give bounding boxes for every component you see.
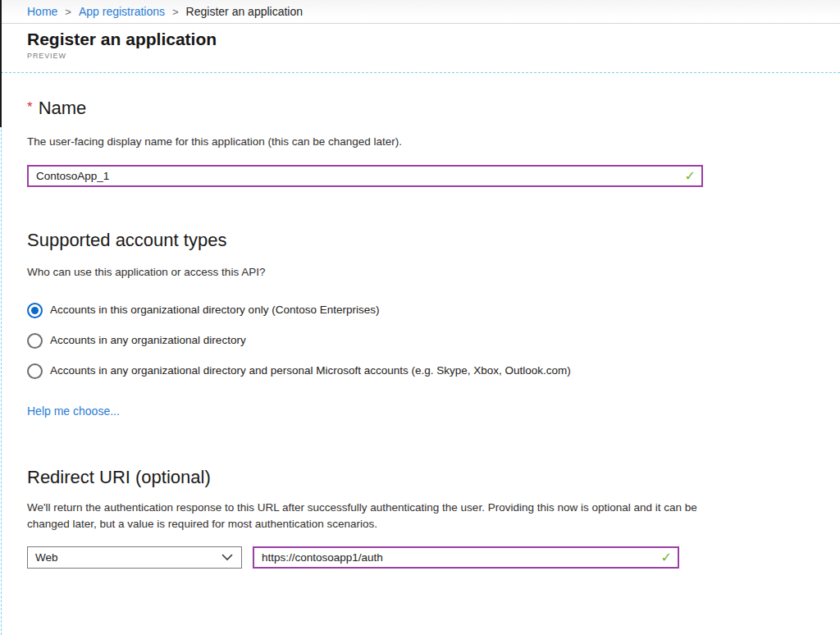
redirect-type-select[interactable]: Web [27, 546, 242, 569]
blade-content: *Name The user-facing display name for t… [1, 72, 840, 635]
radio-icon [27, 363, 43, 379]
account-types-radio-group: Accounts in this organizational director… [27, 302, 840, 379]
radio-option-label: Accounts in this organizational director… [50, 302, 379, 318]
breadcrumb-app-registrations-link[interactable]: App registrations [79, 5, 165, 18]
name-description: The user-facing display name for this ap… [27, 134, 840, 150]
name-heading-label: Name [39, 98, 87, 118]
required-asterisk: * [27, 99, 33, 115]
radio-option-label: Accounts in any organizational directory [50, 332, 246, 349]
preview-badge: PREVIEW [27, 52, 840, 60]
radio-icon [27, 333, 43, 349]
blade-left-edge [0, 0, 2, 127]
radio-icon [27, 303, 43, 318]
breadcrumb-separator: > [172, 6, 179, 18]
breadcrumb: Home > App registrations > Register an a… [0, 0, 840, 24]
page-header: Register an application PREVIEW [0, 24, 840, 60]
breadcrumb-home-link[interactable]: Home [27, 5, 57, 18]
radio-option-multi-tenant[interactable]: Accounts in any organizational directory [27, 332, 840, 349]
redirect-type-selected-value: Web [35, 551, 58, 564]
page-title: Register an application [27, 30, 840, 49]
redirect-uri-input-wrap: ✓ [253, 546, 679, 569]
redirect-uri-input[interactable] [253, 546, 679, 569]
chevron-down-icon [221, 554, 233, 561]
breadcrumb-current-page: Register an application [186, 5, 303, 18]
redirect-uri-heading: Redirect URI (optional) [27, 467, 840, 488]
redirect-uri-controls: Web ✓ [27, 546, 840, 569]
radio-option-label: Accounts in any organizational directory… [50, 363, 571, 379]
name-section-heading: *Name [27, 97, 840, 119]
radio-option-single-tenant[interactable]: Accounts in this organizational director… [27, 302, 840, 318]
help-me-choose-link[interactable]: Help me choose... [27, 404, 120, 418]
account-types-question: Who can use this application or access t… [27, 264, 840, 281]
radio-option-multi-tenant-personal[interactable]: Accounts in any organizational directory… [27, 363, 840, 379]
breadcrumb-separator: > [65, 6, 71, 18]
app-name-input[interactable] [27, 165, 703, 187]
name-input-wrap: ✓ [27, 165, 703, 187]
account-types-heading: Supported account types [27, 230, 840, 251]
redirect-uri-description: We'll return the authentication response… [27, 500, 714, 532]
